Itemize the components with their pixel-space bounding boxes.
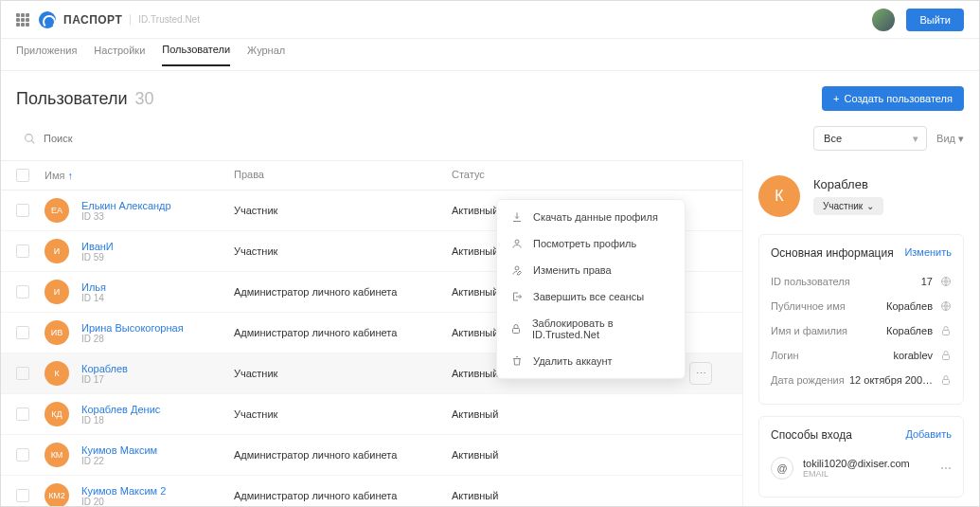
user-avatar[interactable] [872, 9, 895, 31]
main-info-card: Основная информация Изменить ID пользова… [758, 234, 964, 405]
tab-0[interactable]: Приложения [16, 45, 77, 65]
download-icon [510, 211, 524, 223]
row-checkbox[interactable] [16, 489, 29, 502]
more-button[interactable]: ⋯ [689, 362, 712, 385]
table-row[interactable]: КМ Куимов Максим ID 22 Администратор лич… [1, 435, 742, 476]
login-methods-title: Способы входа [771, 428, 852, 442]
user-name-link[interactable]: Кораблев Денис [81, 404, 160, 415]
edit-info-link[interactable]: Изменить [904, 246, 952, 260]
user-id: ID 22 [81, 456, 157, 466]
user-id: ID 59 [81, 252, 114, 263]
lock-icon [940, 325, 952, 336]
dropdown-item-trash[interactable]: Удалить аккаунт [497, 348, 685, 374]
view-toggle[interactable]: Вид ▾ [936, 133, 964, 145]
login-method-row: @tokili1020@dixiser.comEMAIL⋯ [771, 451, 952, 485]
chevron-down-icon: ▾ [958, 133, 964, 145]
user-name-link[interactable]: Елькин Александр [81, 200, 171, 211]
logout-button[interactable]: Выйти [906, 9, 964, 31]
row-checkbox[interactable] [16, 204, 29, 217]
login-type: EMAIL [803, 469, 931, 479]
lock-icon [510, 323, 523, 335]
info-row: Дата рождения12 октября 200… [771, 368, 952, 392]
info-row: ID пользователя17 [771, 269, 952, 294]
row-checkbox[interactable] [16, 407, 29, 421]
user-status: Активный [452, 490, 689, 501]
search-wrap [16, 128, 804, 150]
trash-icon [510, 355, 524, 367]
create-user-label: Создать пользователя [844, 93, 953, 104]
user-avatar-badge: ЕА [45, 198, 69, 223]
info-label: Имя и фамилия [771, 325, 886, 336]
table-row[interactable]: КМ2 Куимов Максим 2 ID 20 Администратор … [1, 476, 742, 507]
user-avatar-badge: И [45, 239, 69, 263]
info-value: 12 октября 200… [849, 374, 933, 386]
row-checkbox[interactable] [16, 326, 29, 339]
title-row: Пользователи 30 + Создать пользователя [1, 71, 979, 126]
select-all-checkbox[interactable] [16, 169, 29, 182]
user-id: ID 14 [81, 293, 106, 303]
row-checkbox[interactable] [16, 285, 29, 299]
user-name-link[interactable]: Ирина Высокогорная [81, 322, 184, 334]
dropdown-item-user[interactable]: Посмотреть профиль [497, 230, 685, 257]
user-rights: Администратор личного кабинета [234, 327, 452, 338]
user-name-link[interactable]: Кораблев [81, 363, 128, 374]
user-id: ID 20 [81, 497, 166, 507]
user-name-link[interactable]: Куимов Максим [81, 444, 157, 456]
user-avatar-badge: И [45, 280, 69, 304]
info-row: Логинkorablev [771, 343, 952, 368]
user-name-link[interactable]: ИванИ [81, 241, 114, 252]
info-label: Публичное имя [771, 300, 886, 312]
nav-tabs: ПриложенияНастройкиПользователиЖурнал [1, 39, 979, 71]
email-icon: @ [771, 457, 793, 480]
row-checkbox[interactable] [16, 448, 29, 462]
user-table: Имя ↑ Права Статус ЕА Елькин Александр I… [1, 160, 742, 507]
user-name-link[interactable]: Илья [81, 281, 106, 293]
user-avatar-badge: ИВ [45, 320, 69, 345]
role-pill[interactable]: Участник ⌄ [813, 197, 883, 215]
sub-brand: ID.Trusted.Net [130, 14, 200, 25]
user-id: ID 18 [81, 415, 160, 426]
info-value: 17 [921, 276, 933, 287]
user-rights: Участник [234, 368, 452, 379]
user-status: Активный [452, 449, 689, 461]
search-input[interactable] [44, 133, 233, 144]
table-header: Имя ↑ Права Статус [1, 161, 742, 190]
user-rights: Участник [234, 205, 452, 216]
tab-1[interactable]: Настройки [94, 45, 145, 65]
tab-2[interactable]: Пользователи [162, 44, 230, 66]
col-status-header[interactable]: Статус [452, 169, 689, 182]
svg-rect-4 [513, 329, 520, 334]
create-user-button[interactable]: + Создать пользователя [822, 86, 964, 111]
user-icon [510, 238, 524, 249]
dropdown-item-lock[interactable]: Заблокировать в ID.Trusted.Net [497, 310, 685, 348]
info-label: Дата рождения [771, 374, 849, 386]
user-id: ID 33 [81, 211, 171, 222]
login-methods-card: Способы входа Добавить @tokili1020@dixis… [758, 416, 964, 498]
user-rights: Администратор личного кабинета [234, 490, 452, 501]
col-rights-header[interactable]: Права [234, 169, 452, 182]
login-email: tokili1020@dixiser.com [803, 458, 931, 469]
tab-3[interactable]: Журнал [247, 45, 285, 65]
user-name-link[interactable]: Куимов Максим 2 [81, 485, 166, 497]
search-icon [24, 133, 36, 145]
plus-icon: + [833, 93, 839, 104]
detail-sidebar: К Кораблев Участник ⌄ Основная информаци… [742, 160, 979, 507]
user-status: Активный [452, 408, 689, 420]
sort-asc-icon: ↑ [67, 170, 73, 181]
header: ПАСПОРТ ID.Trusted.Net Выйти [1, 1, 979, 39]
filter-select[interactable]: Все [813, 126, 927, 151]
info-value: korablev [893, 350, 933, 361]
user-rights: Администратор личного кабинета [234, 449, 452, 461]
table-row[interactable]: КД Кораблев Денис ID 18 Участник Активны… [1, 394, 742, 435]
svg-rect-9 [943, 380, 950, 385]
dropdown-item-download[interactable]: Скачать данные профиля [497, 204, 685, 230]
svg-line-1 [31, 140, 34, 143]
apps-grid-icon[interactable] [16, 13, 29, 27]
dropdown-item-logout[interactable]: Завершить все сеансы [497, 283, 685, 310]
add-login-link[interactable]: Добавить [905, 428, 952, 442]
more-icon[interactable]: ⋯ [940, 462, 952, 475]
col-name-header[interactable]: Имя ↑ [45, 169, 234, 182]
dropdown-item-edit[interactable]: Изменить права [497, 257, 685, 283]
row-checkbox[interactable] [16, 367, 29, 380]
row-checkbox[interactable] [16, 244, 29, 258]
